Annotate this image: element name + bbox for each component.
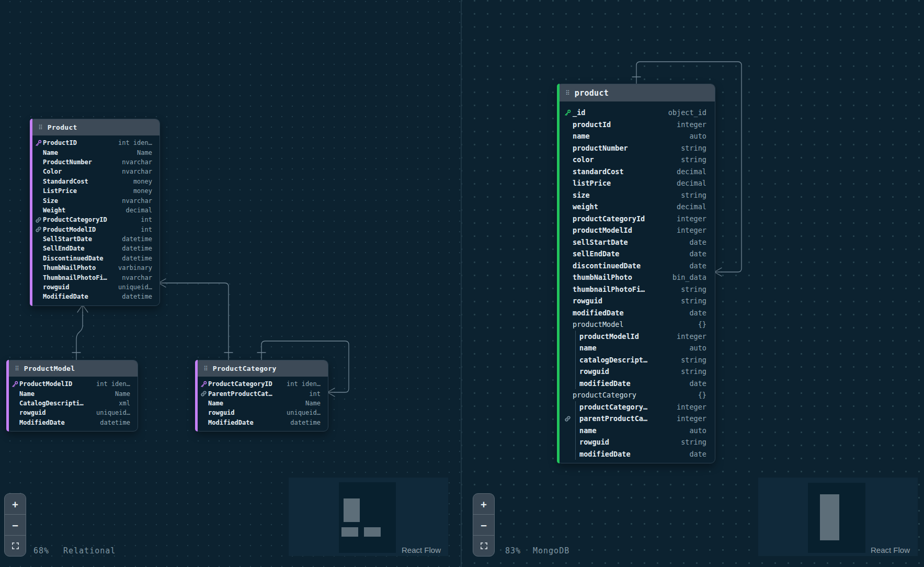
collection-header[interactable]: ⠿ product xyxy=(560,84,715,101)
drag-handle-icon[interactable]: ⠿ xyxy=(565,90,570,96)
fit-view-button[interactable] xyxy=(5,535,26,556)
field-row[interactable]: productId integer xyxy=(557,119,715,131)
field-row[interactable]: rowguid string xyxy=(557,295,715,307)
table-header[interactable]: ⠿ Product xyxy=(32,119,159,135)
field-row[interactable]: modifiedDate date xyxy=(557,448,715,460)
zoom-in-button[interactable]: + xyxy=(473,494,494,514)
field-row[interactable]: Size nvarchar xyxy=(30,196,159,205)
field-row[interactable]: ModifiedDate datetime xyxy=(7,418,138,427)
minimap[interactable] xyxy=(289,478,448,556)
field-row[interactable]: color string xyxy=(557,154,715,166)
field-row[interactable]: rowguid uniqueid… xyxy=(7,408,138,417)
field-type: xml xyxy=(115,400,130,407)
field-row[interactable]: catalogDescript… string xyxy=(557,354,715,366)
field-type: integer xyxy=(672,403,706,411)
table-title: ProductModel xyxy=(24,365,75,372)
field-type: int iden… xyxy=(114,139,152,146)
field-row[interactable]: listPrice decimal xyxy=(557,177,715,189)
field-row[interactable]: ThumbNailPhoto varbinary xyxy=(30,263,159,273)
field-row[interactable]: CatalogDescripti… xml xyxy=(7,399,138,408)
field-name: Name xyxy=(43,149,58,156)
fit-view-button[interactable] xyxy=(473,535,494,556)
minimap-node xyxy=(820,494,839,540)
field-row[interactable]: ProductNumber nvarchar xyxy=(30,157,159,167)
zoom-out-button[interactable]: − xyxy=(5,514,26,535)
field-row[interactable]: _id object_id xyxy=(557,107,715,119)
zoom-out-button[interactable]: − xyxy=(473,514,494,535)
field-row[interactable]: productCategory {} xyxy=(557,389,715,401)
field-type: money xyxy=(129,178,152,185)
field-name: sellStartDate xyxy=(573,238,628,246)
field-name: ProductModelID xyxy=(19,380,72,388)
field-row[interactable]: SellStartDate datetime xyxy=(30,234,159,244)
table-node-productmodel[interactable]: ⠿ ProductModel ProductModelID int iden… xyxy=(6,360,138,432)
field-row[interactable]: ProductModelID int xyxy=(30,225,159,234)
field-row[interactable]: productCategoryId integer xyxy=(557,213,715,225)
table-title: ProductCategory xyxy=(213,365,277,372)
field-row[interactable]: name auto xyxy=(557,130,715,142)
mongodb-canvas[interactable]: ⠿ product _id object_id xyxy=(462,0,924,567)
field-row[interactable]: modifiedDate date xyxy=(557,307,715,319)
field-row[interactable]: standardCost decimal xyxy=(557,166,715,178)
field-row[interactable]: productModel {} xyxy=(557,319,715,331)
relational-canvas[interactable]: ⠿ Product ProductID int iden… xyxy=(0,0,461,567)
field-name: size xyxy=(573,191,590,199)
field-row[interactable]: thumbNailPhoto bin_data xyxy=(557,271,715,284)
field-type: decimal xyxy=(121,207,152,214)
field-row[interactable]: modifiedDate date xyxy=(557,378,715,390)
field-name: thumbnailPhotoFi… xyxy=(573,285,645,293)
field-row[interactable]: rowguid string xyxy=(557,436,715,448)
minimap[interactable] xyxy=(758,478,918,556)
field-row[interactable]: rowguid uniqueid… xyxy=(30,282,159,292)
field-row[interactable]: ThumbnailPhotoFi… nvarchar xyxy=(30,273,159,282)
field-row[interactable]: name auto xyxy=(557,342,715,354)
field-row[interactable]: StandardCost money xyxy=(30,177,159,186)
field-row[interactable]: name auto xyxy=(557,425,715,437)
field-row[interactable]: DiscontinuedDate datetime xyxy=(30,254,159,263)
link-icon xyxy=(199,390,208,397)
field-row[interactable]: productModelId integer xyxy=(557,224,715,236)
field-row[interactable]: SellEndDate datetime xyxy=(30,244,159,253)
field-row[interactable]: ModifiedDate datetime xyxy=(30,292,159,301)
field-row[interactable]: Weight decimal xyxy=(30,206,159,215)
field-type: string xyxy=(677,191,706,199)
field-row[interactable]: sellEndDate date xyxy=(557,248,715,260)
field-row[interactable]: productModelId integer xyxy=(557,331,715,343)
zoom-level-label: 68% xyxy=(33,546,49,555)
drag-handle-icon[interactable]: ⠿ xyxy=(38,124,43,131)
field-row[interactable]: rowguid string xyxy=(557,366,715,378)
field-type: decimal xyxy=(672,202,706,211)
field-row[interactable]: discontinuedDate date xyxy=(557,260,715,272)
table-header[interactable]: ⠿ ProductCategory xyxy=(198,360,328,377)
field-row[interactable]: ModifiedDate datetime xyxy=(196,418,328,427)
drag-handle-icon[interactable]: ⠿ xyxy=(15,366,19,372)
field-type: date xyxy=(685,262,706,270)
field-row[interactable]: ProductCategoryID int xyxy=(30,215,159,224)
field-row[interactable]: ListPrice money xyxy=(30,186,159,196)
field-row[interactable]: productCategory… integer xyxy=(557,401,715,413)
field-row[interactable]: Name Name xyxy=(196,399,328,408)
field-row[interactable]: thumbnailPhotoFi… string xyxy=(557,284,715,296)
field-row[interactable]: ProductModelID int iden… xyxy=(7,379,138,389)
field-name: Name xyxy=(208,400,223,407)
field-row[interactable]: Name Name xyxy=(30,148,159,157)
field-row[interactable]: ProductID int iden… xyxy=(30,138,159,148)
field-row[interactable]: Name Name xyxy=(7,389,138,398)
field-row[interactable]: ParentProductCat… int xyxy=(196,389,328,398)
field-row[interactable]: size string xyxy=(557,189,715,201)
table-header[interactable]: ⠿ ProductModel xyxy=(9,360,138,377)
field-row[interactable]: Color nvarchar xyxy=(30,167,159,176)
field-row[interactable]: ProductCategoryID int iden… xyxy=(196,379,328,389)
zoom-in-button[interactable]: + xyxy=(5,494,26,514)
field-row[interactable]: rowguid uniqueid… xyxy=(196,408,328,417)
drag-handle-icon[interactable]: ⠿ xyxy=(203,366,208,372)
field-row[interactable]: productNumber string xyxy=(557,142,715,154)
table-node-product[interactable]: ⠿ Product ProductID int iden… xyxy=(30,119,160,306)
field-name: rowguid xyxy=(19,409,46,416)
collection-node-product[interactable]: ⠿ product _id object_id xyxy=(557,84,715,463)
field-row[interactable]: sellStartDate date xyxy=(557,236,715,248)
table-node-productcategory[interactable]: ⠿ ProductCategory ProductCategoryID int … xyxy=(195,360,328,432)
field-row[interactable]: weight decimal xyxy=(557,201,715,213)
field-type: string xyxy=(677,285,706,293)
field-row[interactable]: parentProductCa… integer xyxy=(557,413,715,425)
